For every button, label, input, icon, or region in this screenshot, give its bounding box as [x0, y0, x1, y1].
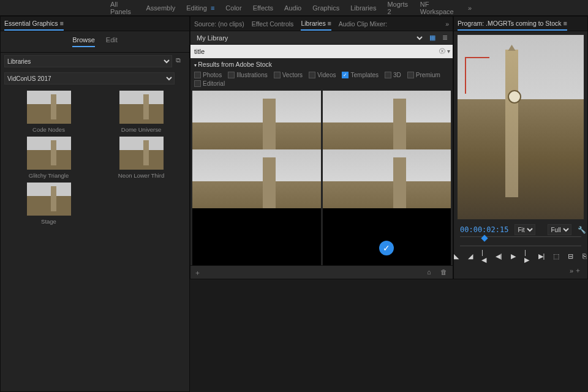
filter-videos[interactable]: Videos	[309, 72, 336, 78]
source-panel: Source: (no clips) Effect Controls Libra…	[190, 16, 453, 279]
workspace-bar: All Panels Assembly Editing ≡ Color Effe…	[0, 0, 588, 16]
ws-tab[interactable]: NF Workspace	[420, 1, 457, 15]
step-fwd-icon[interactable]: |▶	[524, 251, 530, 261]
program-timecode-row: 00:00:02:15 Fit Full 🔧 00:00:10:00	[454, 223, 587, 236]
cart-icon[interactable]: ⌂	[427, 268, 435, 277]
essential-graphics-panel: Essential Graphics ≡ Browse Edit Librari…	[0, 16, 190, 392]
tab-libraries[interactable]: Libraries ≡	[301, 17, 331, 31]
transport-controls: ◣ ◢ |◀ ◀| ▶ |▶ ▶| ⬚ ⊟ ⎘	[454, 246, 587, 266]
filter-photos[interactable]: Photos	[194, 72, 222, 78]
tab-audio-mixer[interactable]: Audio Clip Mixer:	[339, 18, 387, 30]
eg-source-select[interactable]: Libraries	[4, 55, 172, 67]
go-in-icon[interactable]: |◀	[481, 251, 487, 261]
library-search: ⓧ ▾	[190, 45, 453, 58]
list-view-icon[interactable]: ≣	[440, 34, 449, 42]
tab-source[interactable]: Source: (no clips)	[194, 18, 244, 30]
button-editor-overflow[interactable]: » ＋	[570, 266, 581, 275]
step-back-icon[interactable]: ◀|	[496, 251, 502, 261]
tab-essential-graphics[interactable]: Essential Graphics ≡	[4, 17, 64, 31]
tab-program[interactable]: Program: .MOGRTs coming to Stock ≡	[458, 17, 567, 31]
eg-item[interactable]: Dome Universe	[97, 91, 186, 133]
filter-editorial[interactable]: Editorial	[194, 80, 225, 87]
eg-item[interactable]: Stage	[4, 183, 93, 225]
ws-tab[interactable]: Assembly	[146, 4, 175, 12]
program-viewport[interactable]	[458, 35, 584, 219]
quality-select[interactable]: Full	[548, 224, 571, 235]
mark-in-icon[interactable]: ◣	[454, 251, 459, 261]
ws-tab[interactable]: Color	[225, 4, 241, 12]
go-out-icon[interactable]: ▶|	[538, 251, 545, 261]
tab-effect-controls[interactable]: Effect Controls	[252, 18, 294, 30]
program-timecode[interactable]: 00:00:02:15	[460, 225, 508, 234]
playhead-icon[interactable]	[481, 235, 488, 241]
filter-3d[interactable]: 3D	[385, 72, 401, 78]
subtab-edit[interactable]: Edit	[106, 36, 118, 47]
lift-icon[interactable]: ⬚	[553, 251, 559, 261]
search-input[interactable]	[193, 47, 439, 56]
zoom-select[interactable]: Fit	[514, 224, 535, 235]
eg-item[interactable]: Code Nodes	[4, 91, 93, 133]
stock-thumb[interactable]	[192, 208, 321, 265]
stock-results-grid: ✓	[190, 91, 453, 265]
library-selector-row: My Library ▦ ≣	[190, 31, 453, 45]
source-tabrow: Source: (no clips) Effect Controls Libra…	[190, 17, 453, 31]
add-icon[interactable]: ＋	[194, 268, 203, 277]
ws-tab[interactable]: Libraries	[350, 4, 376, 12]
ws-overflow-icon[interactable]: »	[468, 4, 478, 12]
ws-tab[interactable]: Effects	[253, 4, 273, 12]
program-tabrow: Program: .MOGRTs coming to Stock ≡	[454, 17, 587, 31]
trash-icon[interactable]: 🗑	[440, 268, 449, 277]
export-frame-icon[interactable]: ⎘	[582, 251, 587, 261]
check-icon: ✓	[379, 241, 394, 255]
program-scrubber[interactable]	[460, 236, 581, 246]
stock-filters: Photos Illustrations Vectors Videos Temp…	[190, 70, 453, 91]
filter-vectors[interactable]: Vectors	[274, 72, 303, 78]
library-footer: ＋ ⌂ 🗑	[190, 265, 453, 279]
new-folder-icon[interactable]: ⧉	[176, 56, 186, 66]
eg-tabrow: Essential Graphics ≡	[1, 17, 189, 31]
program-monitor: Program: .MOGRTs coming to Stock ≡ 00:00…	[453, 16, 588, 279]
extract-icon[interactable]: ⊟	[568, 251, 573, 261]
eg-item[interactable]: Neon Lower Third	[97, 137, 186, 179]
ws-tab[interactable]: Mogrts 2	[387, 1, 409, 15]
ws-tab[interactable]: All Panels	[110, 1, 135, 15]
ws-tab-editing[interactable]: Editing ≡	[186, 4, 214, 12]
ws-tab[interactable]: Audio	[284, 4, 301, 12]
eg-templates-grid: Code Nodes Dome Universe Glitchy Triangl…	[1, 87, 189, 228]
ws-tab[interactable]: Graphics	[312, 4, 339, 12]
eg-subtabs: Browse Edit	[1, 31, 189, 53]
filter-premium[interactable]: Premium	[407, 72, 440, 78]
play-icon[interactable]: ▶	[511, 251, 516, 261]
results-header[interactable]: Results from Adobe Stock	[190, 58, 453, 70]
panel-overflow-icon[interactable]: »	[445, 18, 449, 30]
mark-out-icon[interactable]: ◢	[468, 251, 473, 261]
library-select[interactable]: My Library	[194, 32, 424, 43]
eg-item[interactable]: Glitchy Triangle	[4, 137, 93, 179]
clear-search-icon[interactable]: ⓧ ▾	[439, 47, 450, 56]
filter-illustrations[interactable]: Illustrations	[228, 72, 268, 78]
grid-view-icon[interactable]: ▦	[428, 34, 437, 42]
subtab-browse[interactable]: Browse	[72, 36, 95, 47]
eg-library-select[interactable]: VidConUS 2017	[4, 72, 175, 85]
stock-thumb-selected[interactable]: ✓	[323, 208, 451, 265]
filter-templates[interactable]: Templates	[342, 72, 379, 78]
settings-icon[interactable]: 🔧	[578, 226, 586, 234]
